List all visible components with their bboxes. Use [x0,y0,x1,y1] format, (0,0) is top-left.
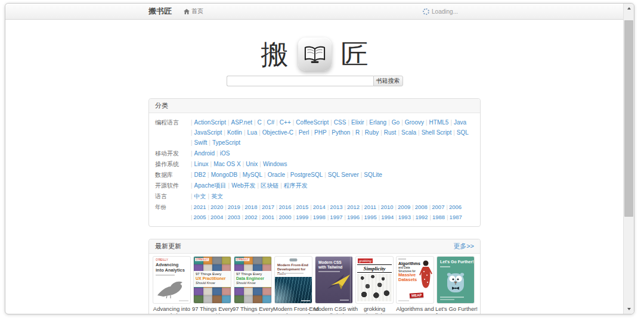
category-link[interactable]: Lua [247,129,258,136]
book-card[interactable]: O'REILLY 97 Things Every UX Practitioner… [192,257,233,314]
category-link[interactable]: ASP.net [231,119,252,126]
category-link[interactable]: Oracle [268,172,285,178]
category-link[interactable]: JavaScript [194,129,222,136]
category-link[interactable]: Erlang [369,119,386,126]
category-link[interactable]: 1999 [296,214,308,220]
category-link[interactable]: 2015 [296,204,308,210]
category-link[interactable]: Linux [194,161,209,167]
book-card[interactable]: Algorithms and Data Structures for Massi… [395,257,435,314]
category-link[interactable]: 2005 [193,214,206,220]
scrollbar-thumb[interactable] [624,20,633,217]
category-link[interactable]: 1998 [313,214,326,220]
category-link[interactable]: 2019 [228,204,240,210]
category-link[interactable]: 1992 [415,214,428,220]
category-link[interactable]: Android [194,150,215,157]
category-link[interactable]: PHP [314,129,327,136]
category-link[interactable]: Shell Script [422,129,452,136]
category-link[interactable]: Groovy [405,119,424,126]
category-link[interactable]: 2004 [210,214,223,220]
category-link[interactable]: 2008 [415,204,428,210]
category-link[interactable]: 2020 [210,204,223,210]
category-link[interactable]: Swift [194,139,208,146]
book-card[interactable]: O'REILLY 97 Things Every Data Engineer S… [233,257,273,314]
book-card[interactable]: Modern CSSwith Tailwind [314,257,354,314]
category-link[interactable]: 1987 [450,214,462,220]
category-link[interactable]: 中文 [194,193,206,199]
category-link[interactable]: R [355,129,360,136]
category-link[interactable]: Go [392,119,400,126]
category-link[interactable]: Kotlin [227,129,242,136]
brand[interactable]: 搬书匠 [148,6,172,17]
category-link[interactable]: Java [454,119,466,126]
category-link[interactable]: Unix [246,161,258,167]
category-link[interactable]: 2012 [347,204,360,210]
category-link[interactable]: SQL [457,129,469,136]
category-link[interactable]: iOS [220,150,230,157]
category-link[interactable]: HTML5 [429,119,449,126]
category-link[interactable]: 程序开发 [284,182,308,189]
scrollbar-down-arrow[interactable] [624,305,634,313]
scrollbar[interactable] [623,4,634,314]
category-link[interactable]: Rust [384,129,397,136]
category-link[interactable]: 1988 [432,214,445,220]
category-link[interactable]: PostgreSQL [290,172,323,178]
category-link[interactable]: C [258,119,262,126]
category-link[interactable]: Ruby [365,129,379,136]
category-link[interactable]: Objective-C [262,129,293,136]
book-card[interactable]: Let's Go Further! [435,257,476,314]
category-link[interactable]: Scala [401,129,416,136]
category-link[interactable]: 2001 [262,214,274,220]
cover-title: Let's Go Further! [440,260,474,264]
category-link[interactable]: 1995 [364,214,377,220]
category-link[interactable]: 2002 [244,214,257,220]
category-link[interactable]: 2014 [313,204,326,210]
book-card[interactable]: grokking Simplicity grokkingSimplicity [354,257,395,314]
category-link[interactable]: ActionScript [194,119,226,126]
category-link[interactable]: 1996 [347,214,360,220]
category-link[interactable]: SQLite [364,172,382,178]
category-link[interactable]: 2013 [330,204,342,210]
category-link[interactable]: 2021 [193,204,206,210]
divider: | [346,119,351,126]
category-link[interactable]: Apache项目 [194,182,227,189]
category-link[interactable]: 2003 [228,214,240,220]
category-link[interactable]: MongoDB [211,172,237,178]
category-link[interactable]: CoffeeScript [296,119,329,126]
category-link[interactable]: 2007 [432,204,444,210]
category-link[interactable]: 区块链 [261,182,278,189]
category-link[interactable]: 2016 [279,204,292,210]
category-link[interactable]: 2009 [398,204,410,210]
search-button[interactable]: 书籍搜索 [373,76,403,86]
category-link[interactable]: 2017 [262,204,274,210]
category-link[interactable]: MySQL [243,172,262,178]
category-link[interactable]: Perl [299,129,309,136]
nav-home-link[interactable]: 首页 [184,7,203,15]
category-link[interactable]: 2011 [364,204,376,210]
category-link[interactable]: Web开发 [231,182,255,189]
category-link[interactable]: CSS [334,119,346,126]
category-link[interactable]: 2018 [244,204,257,210]
category-link[interactable]: 1993 [398,214,411,220]
category-link[interactable]: 1997 [330,214,342,220]
search-input[interactable] [227,76,373,86]
cover-accent-title: MassiveDatasets [398,273,417,282]
more-link[interactable]: 更多>> [453,242,474,251]
category-link[interactable]: C++ [280,119,291,126]
category-link[interactable]: 1994 [381,214,394,220]
category-link[interactable]: TypeScript [212,139,240,146]
category-link[interactable]: C# [267,119,274,126]
category-link[interactable]: Elixir [351,119,364,126]
book-card[interactable]: O'REILLY Advancinginto Analytics [151,257,192,314]
category-link[interactable]: 2010 [380,204,393,210]
scrollbar-up-arrow[interactable] [624,4,634,13]
category-link[interactable]: SQL Server [328,172,359,178]
category-link[interactable]: 英文 [211,193,223,199]
category-link[interactable]: Mac OS X [213,161,241,167]
category-link[interactable]: 2006 [449,204,462,210]
category-link[interactable]: Python [332,129,350,136]
category-link[interactable]: 2000 [279,214,292,220]
book-card[interactable]: Modern Front-EndDevelopment for Rails Mo… [273,257,314,314]
divider: | [258,129,262,136]
category-link[interactable]: DB2 [194,172,206,178]
category-link[interactable]: Windows [263,161,287,167]
